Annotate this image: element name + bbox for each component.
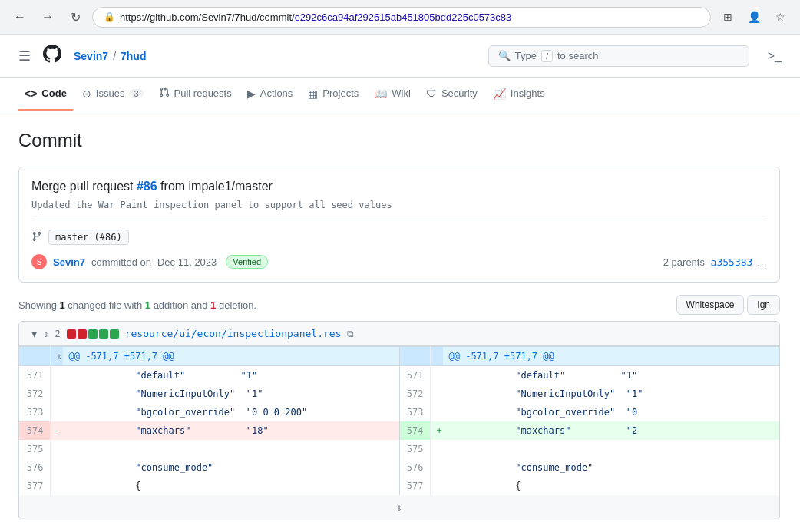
pr-link[interactable]: #86 xyxy=(137,180,157,193)
browser-actions: ⊞ 👤 ☆ xyxy=(717,6,791,28)
breadcrumb: Sevin7 / 7hud xyxy=(74,50,146,62)
nav-item-pull-requests[interactable]: Pull requests xyxy=(153,78,238,111)
nav-label-issues: Issues xyxy=(96,88,125,99)
diff-summary-suffix: deletion. xyxy=(216,299,256,311)
wiki-icon: 📖 xyxy=(374,88,387,100)
commit-message-prefix: Merge pull request xyxy=(31,180,137,193)
reload-button[interactable]: ↻ xyxy=(64,6,86,28)
right-code-571: "default" "1" xyxy=(443,366,780,385)
profile-button[interactable]: 👤 xyxy=(743,6,765,28)
lock-icon: 🔒 xyxy=(104,12,115,22)
diff-table: ⇕ @@ -571,7 +571,7 @@ @@ -571,7 +571,7 @… xyxy=(19,346,779,520)
pr-icon xyxy=(159,87,170,100)
hunk-header-row: ⇕ @@ -571,7 +571,7 @@ @@ -571,7 +571,7 @… xyxy=(19,347,779,366)
repo-nav: <> Code ⊙ Issues 3 Pull requests ▶ Actio… xyxy=(0,78,800,111)
back-button[interactable]: ← xyxy=(9,6,31,28)
left-sign-575 xyxy=(50,440,63,458)
commit-action: committed on xyxy=(91,256,151,268)
left-line-num-572: 572 xyxy=(19,385,50,403)
menu-icon[interactable]: ☰ xyxy=(18,48,31,64)
right-code-572: "NumericInputOnly" "1" xyxy=(443,385,780,403)
right-code-577: { xyxy=(443,477,780,495)
issues-count: 3 xyxy=(129,89,143,98)
branch-name: master (#86) xyxy=(48,230,129,245)
diff-summary-mid2: addition and xyxy=(150,299,210,311)
diff-stat-added-1 xyxy=(88,329,98,339)
right-line-num-577: 577 xyxy=(399,477,430,495)
left-line-num-577: 577 xyxy=(19,477,50,495)
left-line-num-576: 576 xyxy=(19,458,50,477)
expand-bottom-icon: ⇕ xyxy=(396,502,402,513)
security-icon: 🛡 xyxy=(426,88,437,100)
org-link[interactable]: Sevin7 xyxy=(74,50,108,62)
diff-summary: Showing 1 changed file with 1 addition a… xyxy=(18,299,256,311)
left-sign-576 xyxy=(50,458,63,477)
projects-icon: ▦ xyxy=(308,88,318,100)
address-bar[interactable]: 🔒 https://github.com/Sevin7/7hud/commit/… xyxy=(92,7,711,28)
commit-message: Merge pull request #86 from impale1/mast… xyxy=(31,180,767,193)
bookmark-button[interactable]: ☆ xyxy=(769,6,791,28)
extensions-button[interactable]: ⊞ xyxy=(717,6,739,28)
diff-row-575: 575 575 xyxy=(19,440,779,458)
hunk-header-text-right: @@ -571,7 +571,7 @@ xyxy=(443,347,780,366)
left-code-574: "maxchars" "18" xyxy=(63,421,400,440)
nav-item-insights[interactable]: 📈 Insights xyxy=(487,78,551,111)
diff-buttons: Whitespace Ign xyxy=(676,295,780,315)
diff-expand-icon[interactable]: ⇕ xyxy=(43,329,48,339)
parent-hash-1[interactable]: a355383 xyxy=(711,256,753,268)
diff-stat xyxy=(67,329,119,339)
author-link[interactable]: Sevin7 xyxy=(53,256,85,268)
search-kbd: / xyxy=(541,50,553,62)
right-line-num-574: 574 xyxy=(399,421,430,440)
hunk-left-num xyxy=(19,347,50,366)
copy-path-icon[interactable]: ⧉ xyxy=(347,329,354,339)
left-code-576: "consume_mode" xyxy=(63,458,400,477)
nav-item-issues[interactable]: ⊙ Issues 3 xyxy=(76,78,150,111)
nav-item-code[interactable]: <> Code xyxy=(18,78,73,111)
issues-icon: ⊙ xyxy=(82,88,91,100)
diff-toggle-icon[interactable]: ▼ xyxy=(31,329,37,339)
nav-label-projects: Projects xyxy=(322,88,359,99)
nav-label-security: Security xyxy=(441,88,478,99)
diff-file-header: ▼ ⇕ 2 resource/ui/econ/inspectionpanel.r… xyxy=(19,322,779,346)
diff-expand-row[interactable]: ⇕ xyxy=(19,495,779,520)
diff-stat-removed-2 xyxy=(78,329,87,339)
diff-filename[interactable]: resource/ui/econ/inspectionpanel.res xyxy=(125,328,342,339)
github-logo xyxy=(43,45,61,68)
repo-link[interactable]: 7hud xyxy=(121,50,146,62)
hunk-expand-left[interactable]: ⇕ xyxy=(50,347,63,366)
hunk-header-text: @@ -571,7 +571,7 @@ xyxy=(63,347,400,366)
diff-row-572: 572 "NumericInputOnly" "1" 572 "NumericI… xyxy=(19,385,779,403)
nav-label-insights: Insights xyxy=(511,88,545,99)
browser-chrome: ← → ↻ 🔒 https://github.com/Sevin7/7hud/c… xyxy=(0,0,800,35)
left-code-573: "bgcolor_override" "0 0 0 200" xyxy=(63,403,400,421)
search-suffix: to search xyxy=(557,50,598,61)
diff-header: Showing 1 changed file with 1 addition a… xyxy=(18,295,780,315)
commit-message-suffix: from impale1/master xyxy=(157,180,273,193)
left-sign-572 xyxy=(50,385,63,403)
nav-item-projects[interactable]: ▦ Projects xyxy=(302,78,365,111)
actions-icon: ▶ xyxy=(247,88,256,100)
whitespace-button[interactable]: Whitespace xyxy=(676,295,745,315)
search-icon: 🔍 xyxy=(498,50,511,61)
nav-item-actions[interactable]: ▶ Actions xyxy=(241,78,299,111)
diff-row-577: 577 { 577 { xyxy=(19,477,779,495)
avatar: S xyxy=(31,254,47,269)
ignore-button[interactable]: Ign xyxy=(747,295,780,315)
nav-label-pr: Pull requests xyxy=(174,88,232,99)
search-box[interactable]: 🔍 Type / to search xyxy=(488,45,749,67)
terminal-icon[interactable]: >_ xyxy=(768,49,782,63)
right-line-num-575: 575 xyxy=(399,440,430,458)
search-text: Type xyxy=(515,50,537,61)
diff-row-574: 574 - "maxchars" "18" 574 + "maxchars" "… xyxy=(19,421,779,440)
nav-item-security[interactable]: 🛡 Security xyxy=(420,78,484,111)
diff-summary-mid: changed file with xyxy=(65,299,145,311)
left-code-572: "NumericInputOnly" "1" xyxy=(63,385,400,403)
forward-button[interactable]: → xyxy=(37,6,58,28)
commit-description: Updated the War Paint inspection panel t… xyxy=(31,200,767,210)
left-sign-573 xyxy=(50,403,63,421)
right-line-num-573: 573 xyxy=(399,403,430,421)
right-code-574: "maxchars" "2 xyxy=(443,421,780,440)
branch-icon xyxy=(31,231,42,244)
nav-item-wiki[interactable]: 📖 Wiki xyxy=(368,78,417,111)
